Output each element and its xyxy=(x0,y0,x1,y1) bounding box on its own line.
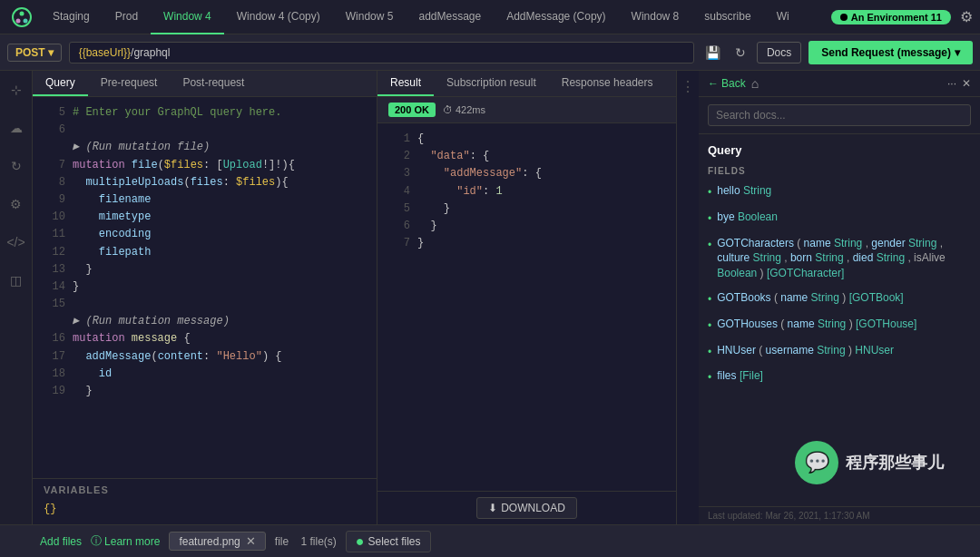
url-input[interactable]: {{baseUrl}}/graphql xyxy=(69,42,694,64)
tab-result[interactable]: Result xyxy=(377,71,434,96)
settings-icon[interactable]: ⚙ xyxy=(960,8,973,25)
docs-search-bar xyxy=(699,97,980,134)
docs-field-gotcharacters: • GOTCharacters ( name String , gender S… xyxy=(708,236,971,281)
code-line-18: 18 id xyxy=(44,366,366,383)
select-files-label: Select files xyxy=(368,535,421,548)
toolbar-actions: 💾 ↻ Docs Send Request (message) ▾ xyxy=(701,41,973,64)
select-files-button[interactable]: ● Select files xyxy=(346,531,431,552)
field-name-gothouses[interactable]: GOTHouses xyxy=(717,318,778,330)
field-link-gotbooks[interactable]: [GOTBook] xyxy=(849,291,904,304)
code-line-19: 19 } xyxy=(44,383,366,400)
sidebar-icon-settings[interactable]: ⚙ xyxy=(5,192,28,216)
variables-label: VARIABLES xyxy=(44,484,366,495)
field-name-hello[interactable]: hello xyxy=(717,184,740,197)
tab-subscribe[interactable]: subscribe xyxy=(691,0,763,34)
run-message-label[interactable]: ▶ (Run mutation message) xyxy=(73,313,366,330)
tab-window4copy[interactable]: Window 4 (Copy) xyxy=(224,0,333,34)
tab-addmessagecopy[interactable]: AddMessage (Copy) xyxy=(494,0,618,34)
code-line-8: 8 multipleUploads(files: $files){ xyxy=(44,174,366,191)
url-path: /graphql xyxy=(131,46,170,59)
remove-file-button[interactable]: ✕ xyxy=(246,534,256,548)
code-line-9: 9 filename xyxy=(44,191,366,209)
sidebar-icon-layers[interactable]: ◫ xyxy=(5,269,28,292)
back-arrow-icon: ← xyxy=(708,77,719,90)
sidebar-icon-cursor[interactable]: ⊹ xyxy=(5,78,28,102)
docs-back-button[interactable]: ← Back xyxy=(708,77,746,90)
sidebar-icon-refresh[interactable]: ↻ xyxy=(5,154,28,178)
variables-content[interactable]: {} xyxy=(44,499,366,519)
tab-prerequest[interactable]: Pre-request xyxy=(88,71,171,96)
sidebar-icon-code[interactable]: </> xyxy=(5,230,28,254)
result-line-4: 4 "id": 1 xyxy=(388,183,665,200)
docs-header: ← Back ⌂ ··· ✕ xyxy=(699,71,980,97)
send-label: Send Request (message) xyxy=(821,46,951,59)
watermark: 💬 程序那些事儿 xyxy=(795,441,944,484)
docs-query-title[interactable]: Query xyxy=(708,143,971,157)
tab-postrequest[interactable]: Post-request xyxy=(170,71,257,96)
field-link-gothouses[interactable]: [GOTHouse] xyxy=(856,318,916,330)
code-line-7: 7 mutation file($files: [Upload!]!){ xyxy=(44,157,366,174)
docs-button[interactable]: Docs xyxy=(757,42,801,64)
field-link-gotcharacters[interactable]: [GOTCharacter] xyxy=(767,267,844,279)
docs-field-files: • files [File] xyxy=(708,368,971,386)
docs-close-icon[interactable]: ✕ xyxy=(962,77,971,90)
file-name-label: featured.png xyxy=(179,535,240,548)
docs-search-input[interactable] xyxy=(708,104,971,126)
tab-response-headers[interactable]: Response headers xyxy=(549,71,666,96)
tab-query[interactable]: Query xyxy=(33,71,88,96)
save-icon[interactable]: 💾 xyxy=(701,42,724,64)
code-line-13: 13 } xyxy=(44,261,366,278)
run-mutation-message[interactable]: ▶ (Run mutation message) xyxy=(44,313,366,330)
field-type-hello[interactable]: String xyxy=(743,184,771,197)
query-tabs: Query Pre-request Post-request xyxy=(33,71,377,97)
add-files-button[interactable]: Add files xyxy=(40,535,82,548)
tab-prod[interactable]: Prod xyxy=(103,0,151,34)
field-name-files[interactable]: files xyxy=(717,369,736,382)
docs-field-gothouses: • GOTHouses ( name String ) [GOTHouse] xyxy=(708,317,971,334)
svg-point-2 xyxy=(16,18,21,23)
sidebar-icon-cloud[interactable]: ☁ xyxy=(5,116,28,140)
svg-point-3 xyxy=(24,18,28,23)
tab-staging[interactable]: Staging xyxy=(40,0,103,34)
watermark-icon: 💬 xyxy=(795,441,838,484)
docs-more-icon[interactable]: ··· xyxy=(947,77,956,90)
run-file-label[interactable]: ▶ (Run mutation file) xyxy=(73,139,366,156)
docs-home-icon[interactable]: ⌂ xyxy=(751,76,759,91)
refresh-icon[interactable]: ↻ xyxy=(731,42,750,64)
field-link-files[interactable]: [File] xyxy=(740,369,763,382)
learn-more-button[interactable]: ⓘ Learn more xyxy=(91,533,160,549)
file-count: file 1 file(s) xyxy=(275,535,337,548)
field-name-gotbooks[interactable]: GOTBooks xyxy=(717,291,770,304)
bottom-bar: Add files ⓘ Learn more featured.png ✕ fi… xyxy=(0,524,980,557)
query-editor[interactable]: 5 # Enter your GraphQL query here. 6 ▶ (… xyxy=(33,97,377,478)
send-chevron: ▾ xyxy=(955,46,960,59)
env-badge[interactable]: An Environment 11 xyxy=(831,10,951,24)
code-line-12: 12 filepath xyxy=(44,244,366,261)
method-bar: POST ▾ {{baseUrl}}/graphql 💾 ↻ Docs Send… xyxy=(0,34,980,71)
code-line-5: 5 # Enter your GraphQL query here. xyxy=(44,104,366,122)
tab-subscription[interactable]: Subscription result xyxy=(434,71,549,96)
select-files-dot-icon: ● xyxy=(356,533,365,550)
run-mutation-file[interactable]: ▶ (Run mutation file) xyxy=(44,139,366,156)
code-line-14: 14 } xyxy=(44,278,366,296)
result-line-7: 7 } xyxy=(388,235,665,252)
watermark-text: 程序那些事儿 xyxy=(846,452,944,474)
top-bar-right: An Environment 11 ⚙ xyxy=(831,8,973,25)
field-name-hnuser[interactable]: HNUser xyxy=(717,344,756,357)
learn-more-icon: ⓘ xyxy=(91,533,102,549)
app-logo xyxy=(7,7,36,27)
tab-wi[interactable]: Wi xyxy=(764,0,802,34)
download-button[interactable]: ⬇ DOWNLOAD xyxy=(476,497,577,519)
tab-addmessage[interactable]: addMessage xyxy=(406,0,494,34)
tab-window4[interactable]: Window 4 xyxy=(151,0,224,34)
last-updated: Last updated: Mar 26, 2021, 1:17:30 AM xyxy=(699,506,980,524)
send-request-button[interactable]: Send Request (message) ▾ xyxy=(808,41,973,64)
tab-window8[interactable]: Window 8 xyxy=(619,0,692,34)
field-link-hnuser[interactable]: HNUser xyxy=(855,344,894,357)
field-name-bye[interactable]: bye xyxy=(717,210,734,223)
tab-window5[interactable]: Window 5 xyxy=(333,0,407,34)
result-time: ⏱ 422ms xyxy=(443,104,485,115)
method-selector[interactable]: POST ▾ xyxy=(7,44,62,62)
field-type-bye[interactable]: Boolean xyxy=(738,210,778,223)
field-name-gotcharacters[interactable]: GOTCharacters xyxy=(717,237,794,249)
